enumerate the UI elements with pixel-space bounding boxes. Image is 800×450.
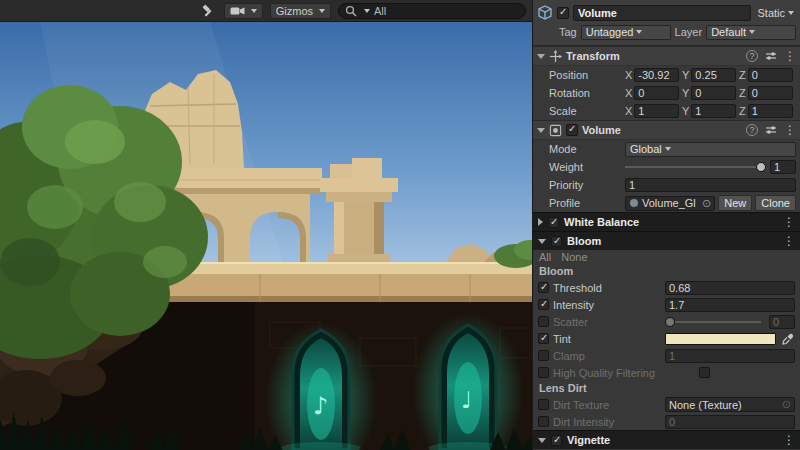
- vignette-header[interactable]: Vignette ⋮: [533, 430, 800, 449]
- weight-slider[interactable]: [625, 160, 766, 174]
- kebab-menu-icon[interactable]: ⋮: [784, 50, 796, 62]
- clamp-label: Clamp: [553, 350, 661, 362]
- kebab-menu-icon[interactable]: ⋮: [783, 434, 795, 446]
- foldout-open-icon[interactable]: [537, 128, 545, 133]
- tag-dropdown[interactable]: Untagged: [581, 25, 671, 40]
- scale-x-field[interactable]: 1: [634, 104, 679, 118]
- mode-dropdown[interactable]: Global: [625, 142, 796, 157]
- presets-icon[interactable]: [765, 50, 777, 62]
- tint-override-checkbox[interactable]: [538, 333, 549, 344]
- chevron-down-icon: [251, 9, 257, 13]
- priority-field[interactable]: 1: [625, 178, 796, 192]
- scene-toolbar: Gizmos All: [0, 0, 532, 22]
- scene-camera-dropdown[interactable]: [224, 3, 263, 19]
- foldout-closed-icon[interactable]: [538, 218, 543, 226]
- all-button[interactable]: All: [539, 251, 551, 263]
- weight-value-field[interactable]: 1: [770, 160, 796, 174]
- slider-thumb[interactable]: [665, 317, 675, 327]
- profile-object-field[interactable]: Volume_Gl ⊙: [625, 196, 715, 211]
- tools-icon[interactable]: [199, 3, 217, 19]
- position-label: Position: [549, 69, 625, 81]
- position-row: Position X-30.92 Y0.25 Z0: [533, 66, 800, 84]
- clamp-row: Clamp 1: [533, 347, 800, 364]
- clone-profile-button[interactable]: Clone: [755, 195, 796, 211]
- axis-z-label: Z: [739, 69, 746, 81]
- bloom-checkbox[interactable]: [551, 236, 562, 247]
- kebab-menu-icon[interactable]: ⋮: [783, 216, 795, 228]
- position-z-field[interactable]: 0: [748, 68, 793, 82]
- rotation-y-field[interactable]: 0: [691, 86, 736, 100]
- gameobject-name-field[interactable]: Volume: [573, 5, 751, 21]
- kebab-menu-icon[interactable]: ⋮: [783, 235, 795, 247]
- scatter-value-field[interactable]: 0: [769, 315, 795, 329]
- scene-search-field[interactable]: All: [338, 3, 526, 19]
- tint-color-swatch[interactable]: [665, 333, 776, 345]
- threshold-override-checkbox[interactable]: [538, 282, 549, 293]
- dirt-intensity-label: Dirt Intensity: [553, 416, 661, 428]
- axis-y-label: Y: [682, 69, 689, 81]
- foldout-open-icon[interactable]: [538, 239, 546, 244]
- eyedropper-icon[interactable]: [780, 332, 795, 346]
- threshold-field[interactable]: 0.68: [665, 281, 795, 295]
- gizmos-dropdown[interactable]: Gizmos: [270, 3, 331, 19]
- rotation-x-field[interactable]: 0: [634, 86, 679, 100]
- weight-label: Weight: [549, 161, 625, 173]
- white-balance-checkbox[interactable]: [548, 217, 559, 228]
- help-icon[interactable]: ?: [746, 124, 758, 136]
- bloom-header[interactable]: Bloom ⋮: [533, 231, 800, 250]
- hqf-value-checkbox[interactable]: [699, 367, 710, 378]
- rotation-row: Rotation X0 Y0 Z0: [533, 84, 800, 102]
- transform-header[interactable]: Transform ? ⋮: [533, 46, 800, 66]
- object-picker-icon[interactable]: ⊙: [782, 399, 791, 410]
- intensity-override-checkbox[interactable]: [538, 299, 549, 310]
- object-picker-icon[interactable]: ⊙: [702, 198, 711, 209]
- profile-asset-icon: [629, 198, 639, 208]
- dirt-texture-object-field[interactable]: None (Texture) ⊙: [665, 397, 795, 412]
- profile-row: Profile Volume_Gl ⊙ New Clone: [533, 194, 800, 212]
- presets-icon[interactable]: [765, 124, 777, 136]
- scale-z-field[interactable]: 1: [748, 104, 793, 118]
- scene-image[interactable]: ♪ ♩: [0, 22, 532, 450]
- hqf-label: High Quality Filtering: [553, 367, 695, 379]
- volume-enabled-checkbox[interactable]: [566, 124, 578, 136]
- rotation-z-field[interactable]: 0: [748, 86, 793, 100]
- foldout-open-icon[interactable]: [537, 54, 545, 59]
- white-balance-header[interactable]: White Balance ⋮: [533, 212, 800, 231]
- help-icon[interactable]: ?: [746, 50, 758, 62]
- cube-icon[interactable]: [537, 5, 553, 21]
- chevron-down-icon: [788, 11, 794, 15]
- layer-dropdown[interactable]: Default: [706, 25, 796, 40]
- layer-value: Default: [711, 26, 746, 38]
- gameobject-header: Volume Static Tag Untagged Layer Default: [533, 0, 800, 46]
- static-dropdown[interactable]: Static: [755, 7, 796, 19]
- axis-x-label: X: [625, 105, 632, 117]
- axis-x-label: X: [625, 87, 632, 99]
- mode-value: Global: [630, 143, 662, 155]
- rotation-label: Rotation: [549, 87, 625, 99]
- intensity-field[interactable]: 1.7: [665, 298, 795, 312]
- volume-component-header[interactable]: Volume ? ⋮: [533, 120, 800, 140]
- slider-thumb[interactable]: [756, 162, 766, 172]
- hqf-override-checkbox[interactable]: [538, 367, 549, 378]
- clamp-override-checkbox[interactable]: [538, 350, 549, 361]
- dirt-texture-override-checkbox[interactable]: [538, 399, 549, 410]
- position-x-field[interactable]: -30.92: [634, 68, 679, 82]
- dirt-intensity-row: Dirt Intensity 0: [533, 413, 800, 430]
- rune-glyph: ♩: [461, 387, 472, 413]
- scale-label: Scale: [549, 105, 625, 117]
- none-button[interactable]: None: [561, 251, 587, 263]
- vignette-checkbox[interactable]: [551, 435, 562, 446]
- dirt-intensity-override-checkbox[interactable]: [538, 416, 549, 427]
- scale-y-field[interactable]: 1: [691, 104, 736, 118]
- scatter-slider[interactable]: [665, 315, 761, 329]
- position-y-field[interactable]: 0.25: [691, 68, 736, 82]
- clamp-field[interactable]: 1: [665, 349, 795, 363]
- foldout-open-icon[interactable]: [538, 438, 546, 443]
- active-checkbox[interactable]: [557, 7, 569, 19]
- dirt-intensity-field[interactable]: 0: [665, 415, 795, 429]
- axis-y-label: Y: [682, 105, 689, 117]
- bloom-all-none-row: All None: [533, 250, 800, 264]
- kebab-menu-icon[interactable]: ⋮: [784, 124, 796, 136]
- scatter-override-checkbox[interactable]: [538, 316, 549, 327]
- new-profile-button[interactable]: New: [718, 195, 752, 211]
